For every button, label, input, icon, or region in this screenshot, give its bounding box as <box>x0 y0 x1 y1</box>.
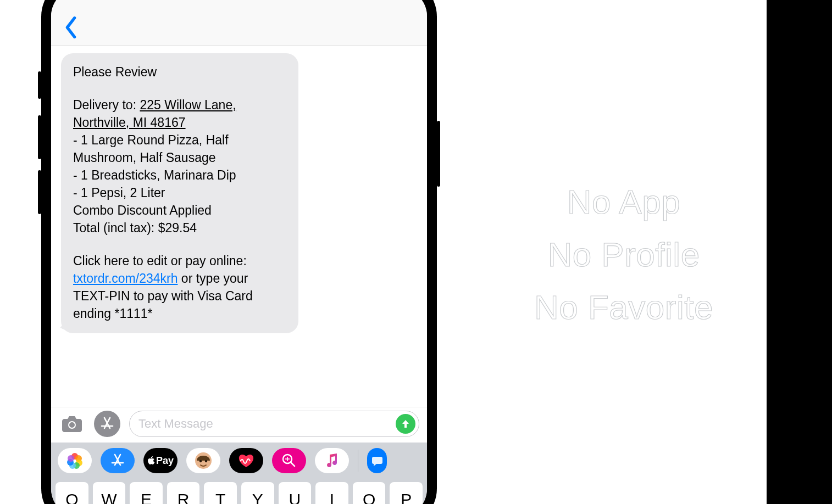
app-strip-separator <box>358 450 358 472</box>
search-grid-icon <box>281 453 297 468</box>
key-r[interactable]: R <box>167 482 200 504</box>
total-line: Total (incl tax): $29.54 <box>73 221 197 235</box>
app-store-icon <box>109 452 126 469</box>
message-body: Delivery to: 225 Willow Lane, Northville… <box>73 96 286 237</box>
key-p[interactable]: P <box>390 482 423 504</box>
phone-screen: Please Review Delivery to: 225 Willow La… <box>51 0 427 504</box>
camera-icon <box>61 415 83 433</box>
key-i[interactable]: I <box>315 482 348 504</box>
svg-point-11 <box>68 455 74 462</box>
discount-line: Combo Discount Applied <box>73 203 212 217</box>
apple-pay-icon[interactable]: Pay <box>143 448 178 473</box>
digital-touch-icon[interactable] <box>229 448 263 473</box>
delivery-label: Delivery to: <box>73 98 140 112</box>
incoming-message-bubble: Please Review Delivery to: 225 Willow La… <box>61 53 298 333</box>
slide-canvas: Please Review Delivery to: 225 Willow La… <box>0 0 767 504</box>
messages-navbar <box>51 0 427 46</box>
arrow-up-icon <box>400 418 411 429</box>
svg-line-19 <box>291 462 295 466</box>
slide-headlines: No App No Profile No Favorite <box>495 176 753 334</box>
more-apps-icon[interactable] <box>367 448 387 473</box>
headline-2: No Profile <box>495 228 753 281</box>
svg-point-16 <box>199 460 202 462</box>
key-t[interactable]: T <box>204 482 237 504</box>
order-item-2: - 1 Breadsticks, Marinara Dip <box>73 168 236 182</box>
compose-bar <box>51 407 427 443</box>
music-app-icon[interactable] <box>315 448 349 473</box>
bubble-icon <box>371 455 383 467</box>
svg-point-1 <box>69 422 75 428</box>
key-q[interactable]: Q <box>56 482 88 504</box>
imessage-app-strip[interactable]: Pay <box>51 443 427 478</box>
camera-button[interactable] <box>59 411 85 437</box>
key-y[interactable]: Y <box>241 482 274 504</box>
phone-frame: Please Review Delivery to: 225 Willow La… <box>41 0 437 504</box>
apple-logo-icon <box>147 456 155 465</box>
message-cta: Click here to edit or pay online: txtord… <box>73 252 286 322</box>
back-button[interactable] <box>63 16 79 38</box>
key-o[interactable]: O <box>353 482 386 504</box>
phone-volume-up <box>38 115 41 159</box>
chat-thread[interactable]: Please Review Delivery to: 225 Willow La… <box>51 46 427 407</box>
app-store-button[interactable] <box>94 411 120 437</box>
key-e[interactable]: E <box>130 482 163 504</box>
message-input-wrap[interactable] <box>129 411 419 437</box>
photos-flower-icon <box>66 452 83 469</box>
keyboard-top-row[interactable]: Q W E R T Y U I O P <box>51 478 427 504</box>
message-title: Please Review <box>73 63 286 81</box>
key-w[interactable]: W <box>93 482 126 504</box>
memoji-face-icon <box>192 450 214 472</box>
bubble-tail-icon <box>58 319 69 330</box>
headline-1: No App <box>495 176 753 228</box>
phone-power-button <box>437 121 440 187</box>
apple-pay-label: Pay <box>156 455 174 467</box>
cta-prefix: Click here to edit or pay online: <box>73 254 247 268</box>
app-store-strip-icon[interactable] <box>101 448 135 473</box>
hashtag-images-icon[interactable] <box>272 448 306 473</box>
app-store-icon <box>99 416 115 432</box>
order-item-1: - 1 Large Round Pizza, Half Mushroom, Ha… <box>73 133 229 165</box>
message-input[interactable] <box>138 417 396 431</box>
memoji-app-icon[interactable] <box>186 448 220 473</box>
photos-app-icon[interactable] <box>58 448 92 473</box>
headline-3: No Favorite <box>495 281 753 334</box>
payment-link[interactable]: txtordr.com/234krh <box>73 271 178 285</box>
send-button[interactable] <box>396 414 415 434</box>
phone-volume-down <box>38 170 41 214</box>
phone-mute-switch <box>38 71 41 99</box>
music-note-icon <box>325 453 339 468</box>
heart-icon <box>237 453 256 468</box>
svg-point-17 <box>205 460 207 462</box>
key-u[interactable]: U <box>279 482 312 504</box>
order-item-3: - 1 Pepsi, 2 Liter <box>73 186 165 200</box>
chevron-left-icon <box>63 16 79 38</box>
